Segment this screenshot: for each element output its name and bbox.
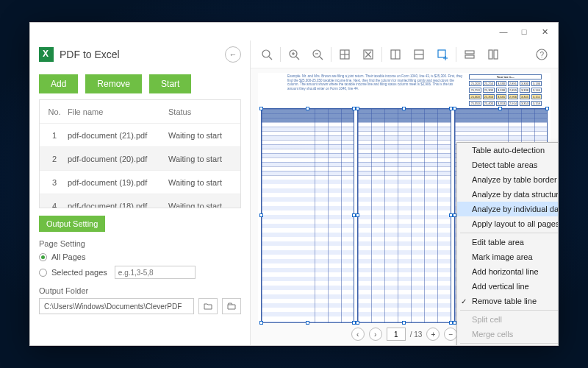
- output-folder-input[interactable]: [39, 298, 194, 314]
- brand: PDF to Excel ←: [39, 40, 241, 68]
- zoom-in-button[interactable]: +: [426, 328, 440, 341]
- layout2-icon[interactable]: [483, 45, 503, 64]
- file-name: pdf-document (21).pdf: [63, 131, 168, 140]
- context-menu-item[interactable]: Edit table area: [457, 235, 558, 250]
- separator: [456, 47, 456, 62]
- context-menu-item[interactable]: Add vertical line: [457, 279, 558, 294]
- mini-header: Your tax is—: [469, 74, 542, 79]
- window-close[interactable]: ✕: [534, 24, 555, 39]
- context-menu-item[interactable]: Table auto-detection: [457, 143, 558, 158]
- separator: [331, 47, 331, 62]
- file-status: Waiting to start: [168, 202, 234, 209]
- radio-label: All Pages: [51, 252, 85, 261]
- radio-label: Selected pages: [51, 268, 107, 277]
- file-row[interactable]: 2 pdf-document (20).pdf Waiting to start: [40, 147, 240, 171]
- context-menu-item: Merge cells: [457, 327, 558, 342]
- file-status: Waiting to start: [168, 155, 234, 163]
- page-number-input[interactable]: [387, 328, 406, 341]
- window-maximize[interactable]: □: [514, 24, 534, 39]
- window-minimize[interactable]: —: [493, 24, 514, 39]
- file-no: 2: [46, 155, 63, 163]
- file-row[interactable]: 1 pdf-document (21).pdf Waiting to start: [40, 124, 240, 147]
- titlebar: — □ ✕: [30, 23, 558, 40]
- file-no: 3: [46, 178, 63, 187]
- context-menu-item[interactable]: Add horizontal line: [457, 264, 558, 279]
- table-remove-icon[interactable]: [358, 45, 379, 64]
- svg-rect-24: [489, 50, 492, 59]
- remove-button[interactable]: Remove: [85, 74, 142, 93]
- col-no: No.: [46, 107, 63, 116]
- left-pane: PDF to Excel ← Add Remove Start No. File…: [30, 40, 251, 345]
- zoom-out-button[interactable]: −: [444, 328, 457, 341]
- radio-icon: [39, 253, 47, 261]
- doc-header: Example. Mr. and Mrs. Brown are filing a…: [287, 73, 543, 105]
- app-window: — □ ✕ PDF to Excel ← Add Remove Start No…: [29, 22, 559, 346]
- output-setting-button[interactable]: Output Setting: [39, 216, 105, 232]
- preview-area[interactable]: Example. Mr. and Mrs. Brown are filing a…: [251, 68, 558, 345]
- page-prev-button[interactable]: ‹: [351, 328, 365, 341]
- browse-folder-button[interactable]: [198, 298, 218, 314]
- svg-line-7: [320, 57, 323, 60]
- file-list[interactable]: No. File name Status 1 pdf-document (21)…: [39, 99, 241, 208]
- add-area-icon[interactable]: [432, 45, 453, 64]
- svg-line-1: [269, 57, 272, 60]
- zoom-in-icon[interactable]: [284, 45, 304, 64]
- file-no: 4: [46, 202, 63, 209]
- zoom-fit-icon[interactable]: [257, 45, 277, 64]
- selected-pages-input[interactable]: [115, 266, 196, 279]
- zoom-out-icon[interactable]: [307, 45, 328, 64]
- context-menu[interactable]: Table auto-detectionDetect table areasAn…: [456, 142, 558, 345]
- back-button[interactable]: ←: [225, 46, 241, 63]
- svg-text:?: ?: [540, 51, 545, 59]
- page-next-button[interactable]: ›: [369, 328, 382, 341]
- context-menu-item[interactable]: Analyze by individual data: [457, 202, 558, 216]
- context-menu-item: Split cell: [457, 312, 558, 327]
- svg-line-3: [296, 57, 299, 60]
- start-button[interactable]: Start: [149, 74, 191, 93]
- svg-rect-19: [438, 50, 445, 57]
- excel-icon: [39, 47, 54, 62]
- context-menu-item[interactable]: Mark image area: [457, 250, 558, 264]
- context-menu-item[interactable]: Detect table areas: [457, 158, 558, 172]
- context-menu-item[interactable]: Analyze by data structure: [457, 187, 558, 202]
- output-folder-row: [39, 298, 241, 314]
- file-name: pdf-document (20).pdf: [63, 155, 168, 163]
- radio-selected-pages[interactable]: Selected pages: [39, 266, 241, 279]
- table-area[interactable]: [357, 108, 451, 323]
- add-button[interactable]: Add: [39, 74, 78, 93]
- layout-icon[interactable]: [459, 45, 480, 64]
- grid-icon[interactable]: [334, 45, 355, 64]
- separator: [280, 47, 281, 62]
- file-row[interactable]: 3 pdf-document (19).pdf Waiting to start: [40, 171, 240, 194]
- output-folder-label: Output Folder: [39, 286, 241, 295]
- file-no: 1: [46, 131, 63, 140]
- example-paragraph: Example. Mr. and Mrs. Brown are filing a…: [287, 73, 463, 105]
- file-row[interactable]: 4 pdf-document (18).pdf Waiting to start: [40, 194, 240, 208]
- help-icon[interactable]: ?: [531, 45, 552, 64]
- example-table: Your tax is— 25,20025,2503,3302,8913,330…: [467, 73, 543, 107]
- radio-icon: [39, 269, 47, 277]
- separator: [381, 47, 382, 62]
- svg-point-0: [262, 50, 270, 57]
- file-list-header: No. File name Status: [40, 100, 240, 124]
- svg-rect-25: [494, 50, 498, 59]
- file-name: pdf-document (18).pdf: [63, 202, 168, 209]
- radio-all-pages[interactable]: All Pages: [39, 252, 241, 261]
- open-folder-button[interactable]: [222, 298, 241, 314]
- col-status: Status: [168, 107, 234, 116]
- split-horiz-icon[interactable]: [409, 45, 429, 64]
- page-setting-label: Page Setting: [39, 239, 241, 248]
- app-title: PDF to Excel: [60, 49, 120, 60]
- context-menu-item[interactable]: Analyze by table border: [457, 172, 558, 187]
- svg-rect-23: [465, 55, 474, 58]
- table-area[interactable]: [261, 108, 354, 323]
- file-name: pdf-document (19).pdf: [63, 178, 168, 187]
- file-status: Waiting to start: [168, 131, 234, 140]
- context-menu-item[interactable]: Remove table line: [457, 294, 558, 308]
- content: PDF to Excel ← Add Remove Start No. File…: [30, 40, 558, 345]
- context-menu-item[interactable]: Apply layout to all pages: [457, 216, 558, 231]
- col-name: File name: [63, 107, 168, 116]
- page-total: / 13: [410, 330, 423, 339]
- preview-toolbar: ?: [251, 40, 558, 68]
- split-vert-icon[interactable]: [385, 45, 406, 64]
